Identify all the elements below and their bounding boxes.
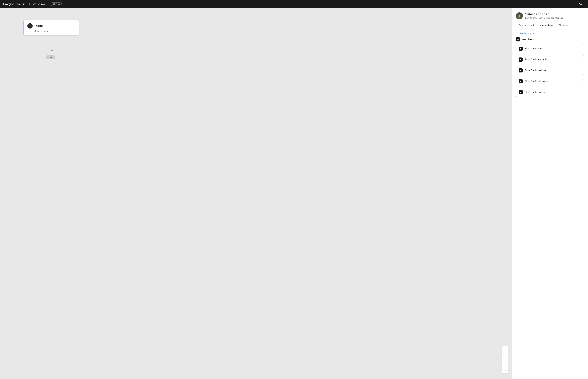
logo-text: klaviyo [3,2,13,6]
trigger-item-icon-inner-3: ▣ [520,80,521,82]
trigger-node[interactable]: ⚡ Trigger Select a trigger [24,20,79,35]
zoom-level-display: 100% [502,352,509,355]
logo-dot: · [13,2,14,5]
tab-your-metrics[interactable]: Your metrics [537,22,556,28]
trigger-item-icon-0: ▣ [519,47,523,51]
memberr-icon-text: ▣ [517,38,519,40]
draft-badge[interactable]: Draft [51,2,62,6]
integration-title: ▣ memberr [516,37,584,41]
back-to-integrations-link[interactable]: ← Your integrations [516,32,584,34]
connector [51,49,53,55]
exit-button[interactable]: Exit [576,2,585,6]
panel-content: ← Your integrations ▣ memberr ▣ Store Cr… [512,28,588,379]
panel-header: ⚡ Select a trigger Profiles enter the fl… [512,8,588,19]
trigger-item-label-0: Store Credit added [525,47,544,50]
tab-recommended[interactable]: Recommended [516,22,537,28]
zoom-out-button[interactable]: − [502,355,509,361]
trigger-item-icon-inner-1: ▣ [520,59,521,61]
connector-line [52,51,52,55]
trigger-icon-circle: ⚡ [27,23,33,29]
back-link-label: Your integrations [519,32,536,34]
draft-icon [53,3,55,5]
draft-label: Draft [56,3,60,5]
draft-svg-icon [53,3,54,5]
trigger-item-icon-inner-0: ▣ [520,48,521,50]
zoom-grid-button[interactable]: ⠿ [502,367,509,373]
panel-tabs: Recommended Your metrics All triggers [516,19,584,28]
zoom-reset-button[interactable]: ↑ [502,361,509,367]
trigger-item-store-credit-added[interactable]: ▣ Store Credit added [516,44,584,53]
trigger-item-label-4: Store Credit expired [525,91,545,94]
panel-title: Select a trigger [525,12,563,16]
memberr-icon: ▣ [516,37,520,41]
trigger-item-icon-inner-2: ▣ [520,70,521,71]
klaviyo-logo: klaviyo · [3,2,14,7]
right-panel: ⚡ Select a trigger Profiles enter the fl… [511,8,588,379]
trigger-item-store-credit-deducted[interactable]: ▣ Store Credit deducted [516,66,584,75]
panel-trigger-icon: ⚡ [516,12,523,19]
back-arrow-icon: ← [516,32,518,34]
trigger-items-list: ▣ Store Credit added ▣ Store Credit avai… [516,44,584,97]
flow-title-button[interactable]: Flow - Feb 12, 2025, 9:55 AM [17,3,48,5]
trigger-item-icon-1: ▣ [519,58,523,62]
connector-dot-top [51,49,53,51]
end-node-label: End [49,56,52,59]
trigger-item-store-credit-will-expire[interactable]: ▣ Store Credit will expire [516,77,584,86]
trigger-item-icon-4: ▣ [519,90,523,94]
panel-bolt-icon: ⚡ [518,14,521,18]
chevron-down-icon [46,4,48,5]
trigger-item-icon-3: ▣ [519,79,523,83]
svg-point-0 [53,4,54,5]
trigger-item-label-3: Store Credit will expire [525,80,548,83]
trigger-item-store-credit-available[interactable]: ▣ Store Credit available [516,55,584,64]
panel-header-text: Select a trigger Profiles enter the flow… [525,12,563,19]
zoom-controls: + 100% − ↑ ⠿ [502,346,509,373]
trigger-item-label-1: Store Credit available [525,58,547,61]
flow-canvas[interactable]: ⚡ Trigger Select a trigger End + 100% − … [0,8,511,379]
bolt-icon: ⚡ [29,25,31,27]
trigger-item-store-credit-expired[interactable]: ▣ Store Credit expired [516,88,584,97]
tab-all-triggers[interactable]: All triggers [556,22,572,28]
trigger-node-header: ⚡ Trigger [27,23,76,29]
end-node: End [46,55,55,59]
flow-title-text: Flow - Feb 12, 2025, 9:55 AM [17,3,46,5]
top-navigation: klaviyo · Flow - Feb 12, 2025, 9:55 AM D… [0,0,588,8]
trigger-item-icon-2: ▣ [519,68,523,72]
integration-name: memberr [521,38,534,41]
main-layout: ⚡ Trigger Select a trigger End + 100% − … [0,8,588,379]
trigger-item-label-2: Store Credit deducted [525,69,547,72]
trigger-node-subtitle: Select a trigger [34,30,76,32]
trigger-item-icon-inner-4: ▣ [520,91,521,93]
panel-subtitle: Profiles enter the flow when this happen… [525,17,563,19]
zoom-in-button[interactable]: + [502,346,509,352]
trigger-node-title: Trigger [34,24,43,28]
